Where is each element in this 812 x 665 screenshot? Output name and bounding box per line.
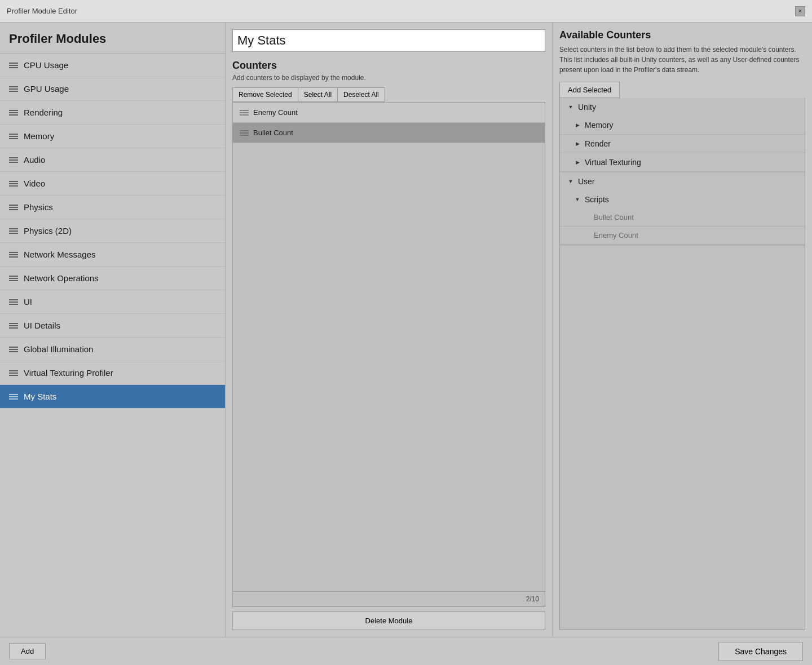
tree-row[interactable]: ▶Virtual Texturing [560, 153, 805, 171]
delete-module-button[interactable]: Delete Module [232, 611, 545, 630]
module-item[interactable]: Network Messages [0, 243, 225, 267]
save-changes-button[interactable]: Save Changes [718, 642, 803, 661]
counters-list: Enemy Count Bullet Count [232, 102, 545, 592]
tree-group-item: ▶Virtual Texturing [560, 153, 805, 172]
drag-handle-icon [9, 347, 18, 352]
tree-item-label: Virtual Texturing [585, 158, 641, 167]
add-module-button[interactable]: Add [9, 643, 46, 659]
module-item-label: My Stats [24, 392, 56, 401]
tree-row[interactable]: ▼User [560, 172, 805, 190]
tree-row[interactable]: ▼Unity [560, 98, 805, 116]
drag-handle-icon [240, 110, 249, 116]
counter-count: 2/10 [232, 592, 545, 607]
module-item[interactable]: CPU Usage [0, 54, 225, 77]
module-item[interactable]: Audio [0, 148, 225, 172]
module-item[interactable]: Virtual Texturing Profiler [0, 361, 225, 385]
middle-panel: Counters Add counters to be displayed by… [226, 23, 553, 637]
module-list: CPU Usage GPU Usage Rendering Memory Aud… [0, 54, 225, 637]
module-item-label: Audio [24, 155, 45, 165]
tree-row[interactable]: ▶Render [560, 135, 805, 153]
remove-selected-button[interactable]: Remove Selected [232, 87, 298, 102]
drag-handle-icon [9, 299, 18, 305]
tree-row[interactable]: ▶Memory [560, 116, 805, 134]
module-item-label: Physics [24, 202, 53, 212]
available-counters-heading: Available Counters [559, 29, 805, 41]
counters-area: Enemy Count Bullet Count 2/10 [232, 102, 545, 607]
tree-leaf-item[interactable]: Bullet Count [560, 209, 805, 227]
drag-handle-icon [9, 205, 18, 210]
tree-arrow-icon: ▼ [567, 104, 575, 110]
module-item-label: Network Messages [24, 250, 96, 259]
tree-item-label: Unity [578, 103, 596, 112]
counter-item[interactable]: Bullet Count [233, 123, 545, 143]
drag-handle-icon [9, 252, 18, 258]
counters-heading: Counters [232, 60, 545, 72]
counter-item-label: Bullet Count [253, 128, 293, 137]
tree-group-item: ▶Memory [560, 116, 805, 135]
drag-handle-icon [9, 134, 18, 139]
counter-item[interactable]: Enemy Count [233, 103, 545, 123]
drag-handle-icon [9, 157, 18, 163]
tree-arrow-icon: ▼ [573, 197, 581, 202]
tree-group-item: ▼User▼ScriptsBullet CountEnemy Count [560, 172, 805, 246]
module-item[interactable]: My Stats [0, 385, 225, 409]
drag-handle-icon [9, 63, 18, 68]
deselect-all-button[interactable]: Deselect All [337, 87, 385, 102]
module-name-input[interactable] [232, 29, 545, 52]
profiler-modules-heading: Profiler Modules [0, 23, 225, 54]
counters-tree: ▼Unity▶Memory▶Render▶Virtual Texturing▼U… [559, 98, 805, 630]
module-item[interactable]: Physics (2D) [0, 219, 225, 243]
select-all-button[interactable]: Select All [298, 87, 337, 102]
right-panel: Available Counters Select counters in th… [553, 23, 812, 637]
tree-leaf-item[interactable]: Enemy Count [560, 227, 805, 245]
counter-item-label: Enemy Count [253, 108, 298, 117]
tree-arrow-icon: ▶ [573, 141, 581, 147]
module-item-label: Memory [24, 131, 54, 141]
drag-handle-icon [9, 370, 18, 376]
module-item-label: Network Operations [24, 273, 99, 283]
tree-item-label: Memory [585, 121, 614, 130]
module-item[interactable]: Network Operations [0, 267, 225, 290]
module-item-label: UI Details [24, 321, 60, 330]
module-item-label: CPU Usage [24, 60, 68, 70]
drag-handle-icon [9, 276, 18, 281]
drag-handle-icon [240, 130, 249, 136]
tree-group-item: ▼ScriptsBullet CountEnemy Count [560, 190, 805, 245]
module-item-label: Global Illumination [24, 344, 93, 354]
close-button[interactable]: × [795, 6, 805, 16]
tree-arrow-icon: ▶ [573, 159, 581, 165]
module-item-label: GPU Usage [24, 84, 69, 94]
module-item[interactable]: Physics [0, 196, 225, 219]
title-bar-text: Profiler Module Editor [7, 7, 77, 15]
module-item[interactable]: UI Details [0, 314, 225, 338]
module-item[interactable]: Rendering [0, 101, 225, 125]
module-item[interactable]: Memory [0, 125, 225, 148]
module-item-label: Physics (2D) [24, 226, 72, 236]
drag-handle-icon [9, 181, 18, 187]
drag-handle-icon [9, 228, 18, 234]
bottom-bar: Add Save Changes [0, 637, 812, 665]
add-selected-button[interactable]: Add Selected [559, 82, 620, 98]
drag-handle-icon [9, 323, 18, 329]
counters-description: Add counters to be displayed by the modu… [232, 74, 545, 82]
main-container: Profiler Modules CPU Usage GPU Usage Ren… [0, 23, 812, 637]
module-item-label: Video [24, 179, 45, 188]
tree-arrow-icon: ▼ [567, 179, 575, 184]
module-item-label: UI [24, 297, 32, 307]
drag-handle-icon [9, 394, 18, 400]
module-item-label: Virtual Texturing Profiler [24, 368, 113, 378]
module-item[interactable]: Global Illumination [0, 338, 225, 361]
drag-handle-icon [9, 86, 18, 92]
title-bar: Profiler Module Editor × [0, 0, 812, 23]
tree-group-item: ▶Render [560, 135, 805, 153]
tree-arrow-icon: ▶ [573, 122, 581, 128]
module-item[interactable]: Video [0, 172, 225, 196]
counters-toolbar: Remove Selected Select All Deselect All [232, 87, 545, 102]
module-item-label: Rendering [24, 108, 63, 117]
module-item[interactable]: GPU Usage [0, 77, 225, 101]
module-item[interactable]: UI [0, 290, 225, 314]
tree-item-label: Render [585, 139, 611, 148]
tree-item-label: Scripts [585, 195, 609, 204]
tree-row[interactable]: ▼Scripts [560, 190, 805, 209]
tree-group-item: ▼Unity▶Memory▶Render▶Virtual Texturing [560, 98, 805, 172]
